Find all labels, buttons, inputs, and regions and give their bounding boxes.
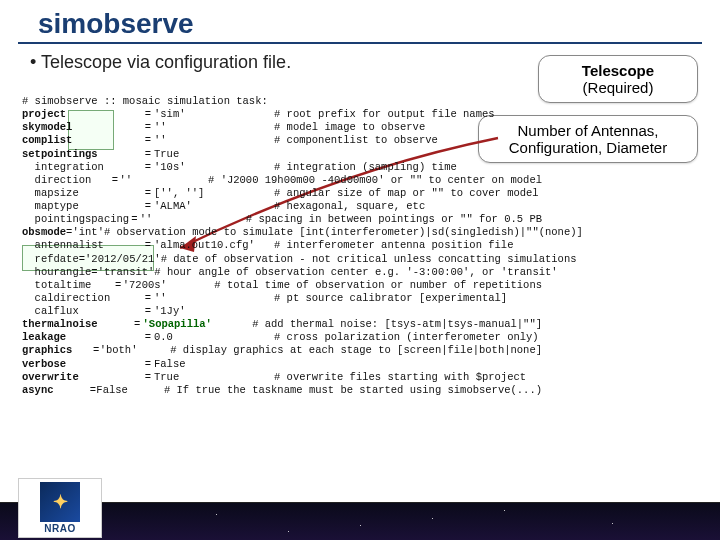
code-row: calflux='1Jy': [22, 305, 542, 318]
code-row: verbose=False: [22, 358, 542, 371]
callout1-line2: (Required): [553, 79, 683, 96]
code-row: overwrite=True# overwrite files starting…: [22, 371, 542, 384]
code-row: async=False# If true the taskname must b…: [22, 384, 542, 397]
code-row: skymodel=''# model image to observe: [22, 121, 542, 134]
code-row: pointingspacing=''# spacing in between p…: [22, 213, 542, 226]
code-row: graphics='both'# display graphics at eac…: [22, 344, 542, 357]
code-row: setpointings=True: [22, 148, 542, 161]
code-row: project='sim'# root prefix for output fi…: [22, 108, 542, 121]
code-block: # simobserve :: mosaic simulation task: …: [22, 95, 542, 397]
code-row: integration='10s'# integration (sampling…: [22, 161, 542, 174]
code-row: leakage=0.0# cross polarization (interfe…: [22, 331, 542, 344]
code-row: antennalist='alma.out10.cfg'# interferom…: [22, 239, 542, 252]
nrao-logo: ✦ NRAO: [18, 478, 102, 538]
footer: ✦ NRAO: [0, 478, 720, 540]
code-row: totaltime='7200s'# total time of observa…: [22, 279, 542, 292]
code-row: obsmode='int'# observation mode to simul…: [22, 226, 542, 239]
code-header: # simobserve :: mosaic simulation task:: [22, 95, 542, 108]
code-row: refdate='2012/05/21'# date of observatio…: [22, 253, 542, 266]
code-row: hourangle='transit'# hour angle of obser…: [22, 266, 542, 279]
logo-icon: ✦: [40, 482, 80, 522]
code-row: complist=''# componentlist to observe: [22, 134, 542, 147]
callout1-line1: Telescope: [553, 62, 683, 79]
code-row: maptype='ALMA'# hexagonal, square, etc: [22, 200, 542, 213]
logo-text: NRAO: [44, 523, 75, 534]
callout-telescope: Telescope (Required): [538, 55, 698, 103]
slide-title: simobserve: [18, 0, 702, 44]
code-row: caldirection=''# pt source calibrator [e…: [22, 292, 542, 305]
code-row: mapsize=['', '']# angular size of map or…: [22, 187, 542, 200]
code-row: thermalnoise='Sopapilla'# add thermal no…: [22, 318, 542, 331]
cosmos-strip: [0, 502, 720, 540]
code-row: direction=''# 'J2000 19h00m00 -40d00m00'…: [22, 174, 542, 187]
